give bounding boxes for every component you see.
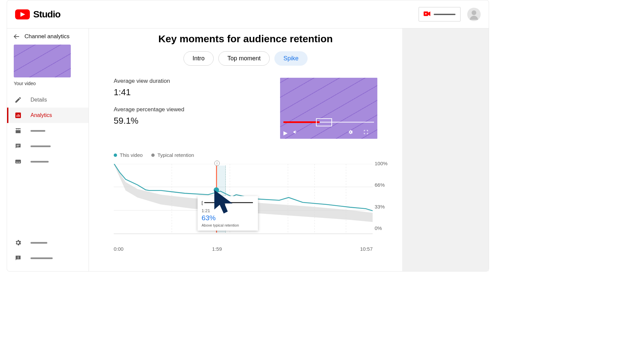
chip-top-moment[interactable]: Top moment [218, 51, 270, 66]
y-tick: 33% [375, 204, 391, 209]
svg-rect-5 [16, 115, 17, 117]
sidebar-item-label [31, 161, 49, 163]
x-tick: 1:59 [212, 246, 222, 252]
avatar[interactable] [467, 8, 481, 21]
create-button[interactable] [419, 7, 461, 21]
brand[interactable]: Studio [15, 9, 60, 20]
avg-pct-label: Average percentage viewed [114, 106, 260, 113]
sidebar-item-label [31, 257, 53, 259]
svg-marker-1 [428, 11, 430, 16]
avg-duration-value: 1:41 [114, 87, 260, 98]
sidebar-item-subtitles[interactable] [7, 154, 89, 169]
y-tick: 100% [375, 161, 391, 166]
page-title: Key moments for audience retention [97, 33, 394, 45]
svg-rect-10 [15, 160, 21, 164]
volume-icon[interactable] [293, 129, 298, 136]
svg-rect-6 [18, 114, 18, 117]
chip-spike[interactable]: Spike [274, 51, 308, 66]
avg-duration-label: Average view duration [114, 78, 260, 84]
brand-text: Studio [33, 9, 60, 20]
video-thumbnail-small[interactable] [14, 45, 71, 77]
svg-rect-9 [16, 146, 18, 146]
svg-rect-12 [18, 162, 20, 163]
svg-marker-24 [214, 190, 232, 214]
right-panel [402, 28, 489, 271]
back-label: Channel analytics [24, 33, 69, 40]
sidebar-item-label [31, 242, 47, 244]
sidebar-item-feedback[interactable] [7, 250, 89, 266]
your-video-label: Your video [7, 81, 89, 86]
svg-rect-14 [18, 258, 18, 259]
settings-icon[interactable] [348, 129, 353, 136]
legend-this-label: This video [120, 152, 143, 158]
sidebar-item-analytics[interactable]: Analytics [7, 108, 89, 123]
svg-rect-8 [16, 145, 19, 145]
subtitles-icon [14, 158, 22, 165]
chip-intro[interactable]: Intro [183, 51, 214, 66]
svg-rect-7 [19, 115, 20, 117]
legend-dot-this [114, 154, 117, 157]
avg-pct-value: 59.1% [114, 116, 260, 126]
feedback-icon [14, 254, 22, 262]
legend-typical-label: Typical retention [157, 152, 194, 158]
pencil-icon [14, 96, 22, 104]
sidebar-item-comments[interactable] [7, 138, 89, 154]
youtube-icon [15, 9, 30, 19]
svg-rect-11 [16, 162, 18, 163]
sidebar-item-label: Details [31, 97, 47, 103]
tooltip-note: Above typical retention [202, 223, 254, 227]
create-label [434, 14, 455, 15]
y-tick: 66% [375, 182, 391, 188]
cursor-icon [214, 190, 238, 218]
sidebar-item-details[interactable]: Details [7, 92, 89, 108]
sidebar-item-label: Analytics [31, 112, 52, 118]
comments-icon [14, 142, 22, 150]
chart-legend: This video Typical retention [97, 152, 394, 158]
video-preview[interactable]: ▶ [280, 78, 377, 139]
sidebar-item-label [31, 145, 51, 147]
retention-chart[interactable]: i [•] 1:21 63% Above typical retention [114, 164, 373, 242]
back-to-channel-analytics[interactable]: Channel analytics [7, 33, 89, 40]
svg-rect-13 [18, 256, 18, 258]
sidebar-item-settings[interactable] [7, 235, 89, 250]
gear-icon [14, 239, 22, 246]
svg-rect-3 [426, 13, 426, 15]
arrow-back-icon [14, 34, 20, 40]
editor-icon [14, 127, 22, 134]
fullscreen-icon[interactable] [363, 129, 369, 136]
x-tick: 0:00 [114, 246, 123, 252]
y-tick: 0% [375, 225, 391, 231]
x-tick: 10:57 [360, 246, 373, 252]
play-icon[interactable]: ▶ [283, 130, 287, 136]
moment-chips: Intro Top moment Spike [97, 51, 394, 66]
info-icon[interactable]: i [214, 161, 220, 166]
create-icon [424, 11, 430, 18]
sidebar-item-label [31, 130, 45, 132]
sidebar-item-editor[interactable] [7, 123, 89, 138]
legend-dot-typical [151, 154, 155, 157]
analytics-icon [14, 112, 22, 119]
